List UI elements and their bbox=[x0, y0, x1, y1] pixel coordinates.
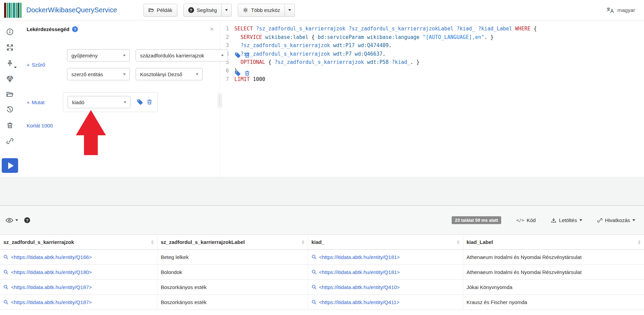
code-icon bbox=[516, 218, 524, 223]
filter-value-select[interactable]: Kosztolányi Dezső bbox=[136, 68, 203, 80]
code-line[interactable]: 3 ?sz_zadfordul_s_karrierrajzok wdt:P17 … bbox=[222, 41, 644, 50]
app-title[interactable]: DockerWikibaseQueryService bbox=[26, 6, 117, 14]
close-icon[interactable] bbox=[208, 25, 215, 33]
entity-link-cell: <https://itidata.abtk.hu/entity/Q187> bbox=[0, 295, 157, 310]
column-header[interactable]: kiad_Label bbox=[463, 235, 644, 250]
column-header[interactable]: sz_zadfordul_s_karrierrajzok bbox=[0, 235, 157, 250]
history-icon[interactable] bbox=[6, 106, 14, 114]
examples-button[interactable]: Példák bbox=[143, 4, 177, 17]
column-header[interactable]: kiad_ bbox=[308, 235, 463, 250]
open-folder-icon bbox=[148, 7, 154, 13]
trash-icon[interactable] bbox=[146, 99, 153, 105]
help-question-icon[interactable] bbox=[72, 26, 78, 32]
filter-property-select[interactable]: szerző entitás bbox=[67, 68, 130, 80]
chevron-down-icon bbox=[225, 9, 228, 11]
select-value: szerző entitás bbox=[71, 71, 103, 77]
more-tools-button-label: Több eszköz bbox=[251, 7, 280, 13]
panel-splitter[interactable] bbox=[218, 20, 222, 177]
sort-icon[interactable] bbox=[151, 240, 154, 244]
column-header-label: sz_zadfordul_s_karrierrajzokLabel bbox=[161, 239, 245, 245]
code-line[interactable]: 1SELECT ?sz_zadfordul_s_karrierrajzok ?s… bbox=[222, 25, 644, 33]
logo-bar bbox=[20, 3, 22, 18]
filter-row-actions bbox=[234, 70, 250, 77]
filter-property-select[interactable]: gyűjtemény bbox=[67, 49, 130, 61]
entity-link[interactable]: <https://itidata.abtk.hu/entity/Q166> bbox=[3, 254, 154, 260]
help-question-icon[interactable] bbox=[24, 217, 30, 223]
language-selector[interactable]: magyar bbox=[606, 7, 635, 14]
entity-uri: <https://itidata.abtk.hu/entity/Q181> bbox=[319, 269, 400, 275]
entity-link[interactable]: <https://itidata.abtk.hu/entity/Q411> bbox=[312, 299, 460, 305]
code-token: ?sz_zadfordul_s_karrierrajzokLabel bbox=[348, 26, 453, 32]
tools-dropdown-button[interactable] bbox=[285, 4, 295, 17]
help-button[interactable]: Segítség bbox=[183, 4, 222, 17]
sort-icon[interactable] bbox=[302, 240, 304, 244]
fullscreen-icon bbox=[6, 44, 14, 51]
code-token bbox=[345, 26, 348, 32]
logo-bar bbox=[17, 3, 19, 18]
show-field-select[interactable]: kiadó bbox=[68, 96, 131, 108]
top-navbar: DockerWikibaseQueryService Példák Segíts… bbox=[0, 0, 644, 20]
link-icon[interactable] bbox=[6, 137, 14, 146]
add-filter-button[interactable]: Szűrő bbox=[27, 62, 45, 68]
code-line[interactable]: 4 ?sz_zadfordul_s_karrierrajzok wdt:P7 w… bbox=[222, 50, 644, 58]
trash-icon[interactable] bbox=[244, 70, 250, 77]
column-header[interactable]: sz_zadfordul_s_karrierrajzokLabel bbox=[157, 235, 308, 250]
fullscreen-icon[interactable] bbox=[6, 44, 14, 52]
more-tools-button[interactable]: Több eszköz bbox=[238, 4, 285, 17]
code-token: { bbox=[265, 59, 274, 65]
download-button[interactable]: Letöltés bbox=[551, 217, 582, 223]
code-token: ?sz_zadfordul_s_karrierrajzok bbox=[241, 42, 330, 49]
show-row-actions bbox=[137, 99, 153, 105]
entity-link[interactable]: <https://itidata.abtk.hu/entity/Q180> bbox=[3, 269, 154, 275]
link-icon bbox=[597, 218, 603, 223]
sort-icon[interactable] bbox=[457, 240, 460, 244]
info-icon[interactable] bbox=[6, 28, 14, 36]
label-cell: Beteg lelkek bbox=[157, 250, 308, 265]
trash-icon[interactable] bbox=[244, 52, 250, 58]
filter-row-actions bbox=[234, 52, 250, 58]
wikibase-logo[interactable] bbox=[4, 3, 22, 18]
help-dropdown-button[interactable] bbox=[222, 4, 232, 17]
entity-link[interactable]: <https://itidata.abtk.hu/entity/Q181> bbox=[312, 254, 460, 260]
label-cell: Athenaeum Irodalmi és Nyomdai Részvénytá… bbox=[463, 265, 644, 280]
section-divider-band bbox=[0, 177, 644, 205]
code-line[interactable]: 5 OPTIONAL { ?sz_zadfordul_s_karrierrajz… bbox=[222, 58, 644, 67]
trash-icon[interactable] bbox=[6, 122, 14, 130]
filter-value-select[interactable]: századfordulós karrierrajzok bbox=[136, 49, 228, 61]
code-line[interactable]: 2 SERVICE wikibase:label { bd:servicePar… bbox=[222, 33, 644, 42]
code-token: wdt:P17 bbox=[333, 42, 355, 49]
tag-icon[interactable] bbox=[234, 70, 241, 77]
sort-icon[interactable] bbox=[638, 240, 641, 244]
search-icon bbox=[312, 255, 317, 260]
code-token: wdt:P7 bbox=[333, 51, 352, 57]
label-cell: Bolondok bbox=[157, 265, 308, 280]
open-folder-icon[interactable] bbox=[6, 91, 14, 99]
code-line[interactable]: 7LIMIT 1000 bbox=[222, 75, 644, 84]
table-row: <https://itidata.abtk.hu/entity/Q180>Bol… bbox=[0, 265, 644, 280]
code-button[interactable]: Kód bbox=[516, 217, 536, 223]
entity-link[interactable]: <https://itidata.abtk.hu/entity/Q187> bbox=[3, 284, 154, 290]
help-button-label: Segítség bbox=[197, 7, 217, 13]
splitter-grip-icon[interactable] bbox=[218, 94, 222, 107]
tag-icon[interactable] bbox=[137, 99, 143, 105]
sparql-editor[interactable]: 1SELECT ?sz_zadfordul_s_karrierrajzok ?s… bbox=[222, 20, 644, 177]
entity-link[interactable]: <https://itidata.abtk.hu/entity/Q181> bbox=[312, 269, 460, 275]
entity-link[interactable]: <https://itidata.abtk.hu/entity/Q187> bbox=[3, 299, 154, 305]
select-value: kiadó bbox=[72, 99, 84, 105]
pin-icon[interactable] bbox=[6, 60, 14, 68]
run-query-button[interactable] bbox=[2, 158, 18, 173]
column-header-label: kiad_Label bbox=[467, 239, 493, 245]
code-line[interactable]: 6} bbox=[222, 67, 644, 75]
display-options-button[interactable] bbox=[5, 218, 18, 223]
share-link-button[interactable]: Hivatkozás bbox=[597, 217, 635, 223]
results-section: 23 találat 59 ms alatt Kód Letöltés Hiva… bbox=[0, 205, 644, 315]
tag-icon[interactable] bbox=[234, 52, 241, 58]
code-token: . } bbox=[484, 34, 494, 40]
entity-link[interactable]: <https://itidata.abtk.hu/entity/Q410> bbox=[312, 284, 460, 290]
gem-icon[interactable] bbox=[6, 75, 14, 83]
code-token: { bbox=[309, 34, 318, 40]
search-icon bbox=[3, 255, 9, 260]
limit-setting[interactable]: Korlát 1000 bbox=[27, 123, 53, 128]
code-token bbox=[234, 59, 241, 65]
add-show-button[interactable]: Mutat bbox=[27, 99, 44, 105]
